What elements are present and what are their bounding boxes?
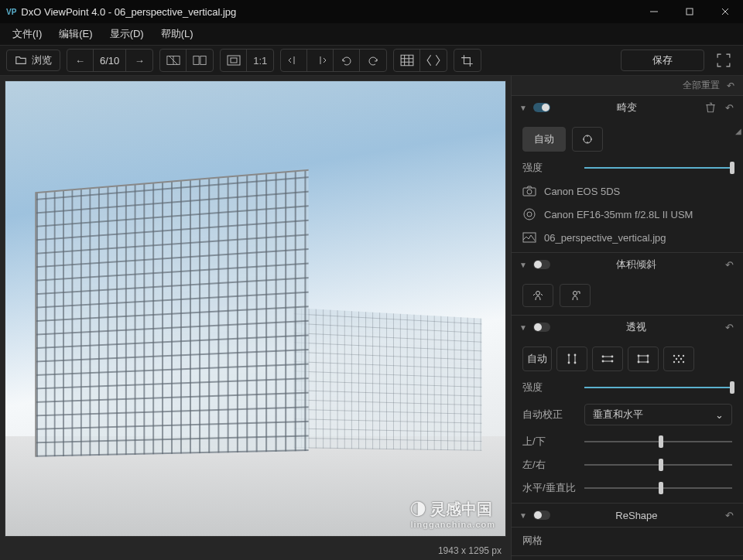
- maximize-button[interactable]: [672, 0, 707, 23]
- menu-file[interactable]: 文件(I): [6, 24, 48, 44]
- svg-point-13: [574, 292, 577, 295]
- distortion-toggle[interactable]: [533, 103, 550, 112]
- perspective-title: 透视: [556, 320, 717, 334]
- zoom-fit-button[interactable]: [221, 50, 247, 71]
- zoom-11-button[interactable]: 1:1: [247, 50, 273, 71]
- chevron-down-icon: ⌄: [715, 409, 724, 421]
- window-controls: [636, 0, 743, 23]
- svg-rect-3: [200, 56, 206, 65]
- menu-view[interactable]: 显示(D): [104, 24, 150, 44]
- distortion-auto-button[interactable]: 自动: [522, 127, 566, 152]
- svg-point-30: [673, 361, 675, 363]
- browse-label: 浏览: [32, 53, 52, 67]
- section-volume-head[interactable]: ▼ 体积倾斜 ↶: [512, 253, 743, 276]
- perspective-intensity-label: 强度: [522, 381, 577, 394]
- leftright-slider[interactable]: [584, 459, 732, 471]
- reshape-title: ReShape: [556, 510, 717, 521]
- image-viewer: 1943 x 1295 px ◑ 灵感中国 lingganchina.com: [0, 76, 511, 560]
- adjustments-panel: 全部重置 ↶ ▼ 畸变 ↶ 自动 强度: [511, 76, 743, 560]
- nav-next-button[interactable]: →: [126, 50, 152, 71]
- caret-down-icon: ▼: [519, 323, 527, 332]
- svg-point-17: [574, 362, 577, 364]
- toolbar: 浏览 ← 6/10 → 1:1 保存: [0, 45, 743, 76]
- auto-correct-label: 自动校正: [522, 408, 577, 422]
- svg-point-32: [683, 361, 684, 363]
- auto-correct-select[interactable]: 垂直和水平 ⌄: [584, 404, 732, 425]
- reset-icon[interactable]: ↶: [723, 321, 735, 333]
- svg-point-18: [602, 356, 604, 358]
- reset-icon[interactable]: ↶: [723, 101, 735, 114]
- undo-icon[interactable]: ↶: [724, 80, 737, 92]
- perspective-toggle[interactable]: [533, 323, 550, 332]
- svg-point-29: [683, 355, 684, 357]
- menu-edit[interactable]: 编辑(E): [53, 24, 98, 44]
- ratio-label: 水平/垂直比: [522, 481, 577, 495]
- reshape-toggle[interactable]: [533, 510, 550, 520]
- save-button[interactable]: 保存: [621, 50, 704, 71]
- browse-button[interactable]: 浏览: [6, 50, 60, 71]
- crop-button[interactable]: [454, 50, 481, 71]
- distortion-title: 畸变: [556, 101, 698, 114]
- perspective-tool-horizontal[interactable]: [592, 347, 623, 371]
- flip-h-button[interactable]: [281, 50, 307, 71]
- perspective-tool-vertical[interactable]: [556, 347, 587, 371]
- ratio-slider[interactable]: [584, 482, 732, 494]
- leftright-label: 左/右: [522, 458, 577, 472]
- close-button[interactable]: [707, 0, 743, 23]
- image-dimensions: 1943 x 1295 px: [438, 545, 502, 556]
- image-canvas[interactable]: [5, 80, 506, 537]
- svg-rect-5: [231, 58, 237, 63]
- compare-split-button[interactable]: [160, 50, 187, 71]
- perspective-tool-8pt[interactable]: [663, 347, 694, 371]
- grid-button[interactable]: [394, 50, 420, 71]
- section-reshape-head[interactable]: ▼ ReShape ↶: [512, 504, 743, 527]
- distortion-intensity-slider[interactable]: [584, 162, 732, 174]
- section-distortion-head[interactable]: ▼ 畸变 ↶: [512, 96, 743, 119]
- svg-point-26: [647, 361, 649, 364]
- section-resize-icon[interactable]: ◢: [735, 127, 741, 135]
- svg-point-28: [678, 355, 680, 357]
- svg-rect-4: [228, 56, 240, 65]
- svg-point-25: [638, 361, 640, 364]
- zoom-group: 1:1: [220, 49, 274, 72]
- svg-point-15: [568, 362, 570, 364]
- section-perspective-head[interactable]: ▼ 透视 ↶: [512, 316, 743, 339]
- guides-button[interactable]: [420, 50, 447, 71]
- rotate-ccw-button[interactable]: [334, 50, 360, 71]
- nav-group: ← 6/10 →: [67, 49, 153, 72]
- updown-slider[interactable]: [584, 435, 732, 448]
- volume-tool-2-button[interactable]: [560, 284, 591, 307]
- camera-name: Canon EOS 5DS: [544, 186, 620, 197]
- svg-point-34: [680, 358, 682, 360]
- reset-all-label[interactable]: 全部重置: [683, 79, 720, 92]
- caret-down-icon: ▼: [519, 261, 527, 269]
- caret-down-icon: ▼: [519, 511, 527, 520]
- file-name: 06_perspective_vertical.jpg: [544, 232, 666, 244]
- nav-prev-button[interactable]: ←: [67, 50, 94, 71]
- svg-point-14: [568, 354, 570, 357]
- caret-down-icon: ▼: [519, 104, 527, 112]
- volume-title: 体积倾斜: [556, 258, 717, 271]
- rotate-cw-button[interactable]: [360, 50, 386, 71]
- panel-header: 全部重置 ↶: [512, 76, 743, 96]
- trash-icon[interactable]: [704, 101, 717, 114]
- distortion-manual-button[interactable]: [572, 127, 603, 152]
- crop-group: [454, 49, 481, 72]
- compare-side-button[interactable]: [187, 50, 213, 71]
- perspective-tool-rect[interactable]: [628, 347, 659, 371]
- volume-tool-1-button[interactable]: [522, 284, 553, 307]
- menu-help[interactable]: 帮助(L): [155, 24, 200, 44]
- flip-v-button[interactable]: [307, 50, 334, 71]
- compare-group: [159, 49, 214, 72]
- perspective-intensity-slider[interactable]: [584, 381, 732, 394]
- svg-point-21: [611, 360, 614, 363]
- svg-rect-2: [193, 56, 199, 65]
- svg-point-23: [638, 355, 640, 357]
- svg-point-19: [611, 356, 614, 358]
- volume-toggle[interactable]: [533, 260, 550, 269]
- fullscreen-button[interactable]: [710, 50, 737, 71]
- reset-icon[interactable]: ↶: [723, 258, 735, 271]
- reset-icon[interactable]: ↶: [723, 509, 735, 521]
- minimize-button[interactable]: [636, 0, 672, 23]
- perspective-auto-button[interactable]: 自动: [522, 347, 552, 371]
